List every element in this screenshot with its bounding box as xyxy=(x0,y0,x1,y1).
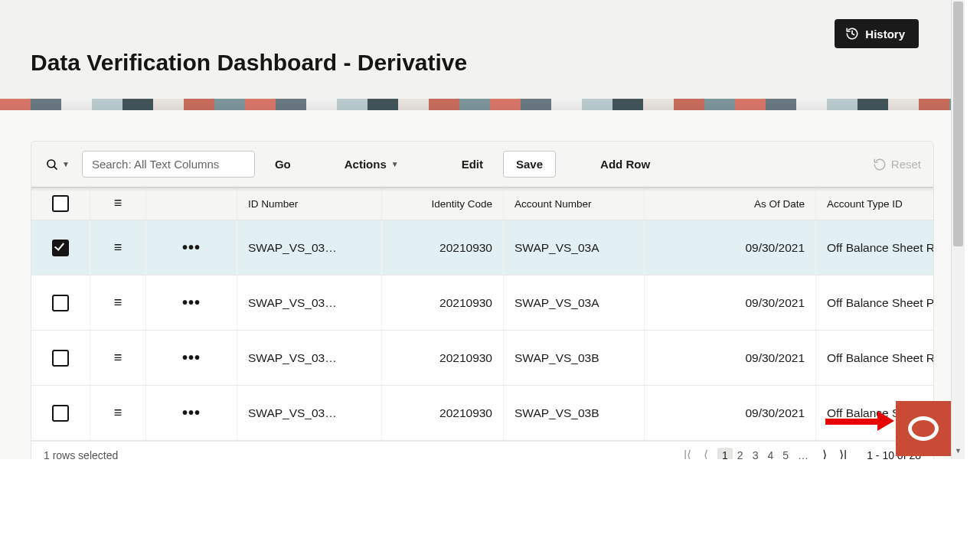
reorder-handle-icon[interactable] xyxy=(112,408,124,417)
cell-account-number: SWAP_VS_03A xyxy=(504,276,645,331)
cell-as-of-date: 09/30/2021 xyxy=(645,220,816,276)
reset-label: Reset xyxy=(891,158,921,171)
caret-down-icon: ▼ xyxy=(391,160,399,168)
cell-identity-code: 20210930 xyxy=(382,331,504,386)
cell-as-of-date: 09/30/2021 xyxy=(645,331,816,386)
row-checkbox[interactable] xyxy=(52,295,69,311)
scroll-down-icon[interactable]: ▼ xyxy=(952,447,965,459)
save-button[interactable]: Save xyxy=(503,151,556,178)
col-account-type[interactable]: Account Type ID xyxy=(816,187,935,220)
add-row-button[interactable]: Add Row xyxy=(591,152,659,177)
search-icon xyxy=(45,158,59,171)
cell-identity-code: 20210930 xyxy=(382,386,504,441)
cell-id-number: SWAP_VS_03… xyxy=(237,220,382,276)
cell-account-type: Off Balance Sheet Receivables xyxy=(816,331,935,386)
cell-identity-code: 20210930 xyxy=(382,276,504,331)
col-identity-code[interactable]: Identity Code xyxy=(382,187,504,220)
search-input[interactable] xyxy=(82,151,255,178)
cell-identity-code: 20210930 xyxy=(382,220,504,276)
col-id-number[interactable]: ID Number xyxy=(237,187,382,220)
table-row[interactable]: •••SWAP_VS_03…20210930SWAP_VS_03A09/30/2… xyxy=(31,220,934,276)
pager-page[interactable]: 2 xyxy=(733,448,748,460)
pager-ellipsis: … xyxy=(793,448,813,460)
pager-first[interactable]: |⟨ xyxy=(681,448,694,459)
cell-id-number: SWAP_VS_03… xyxy=(237,276,382,331)
cell-as-of-date: 09/30/2021 xyxy=(645,386,816,441)
decorative-bar xyxy=(0,99,965,110)
col-account-number[interactable]: Account Number xyxy=(504,187,645,220)
go-button[interactable]: Go xyxy=(266,152,300,177)
history-icon xyxy=(845,27,859,41)
reorder-handle-icon[interactable] xyxy=(112,353,124,362)
selection-status: 1 rows selected xyxy=(44,449,118,460)
toolbar: ▼ Go Actions ▼ Edit Save Add Row Reset xyxy=(31,142,933,187)
grid-panel: ▼ Go Actions ▼ Edit Save Add Row Reset xyxy=(31,141,934,459)
reset-icon xyxy=(873,158,887,171)
reorder-handle-icon[interactable] xyxy=(112,298,124,307)
vertical-scrollbar[interactable]: ▼ xyxy=(951,0,965,459)
data-grid: ID Number Identity Code Account Number A… xyxy=(31,187,934,441)
cell-as-of-date: 09/30/2021 xyxy=(645,276,816,331)
row-actions-menu[interactable]: ••• xyxy=(182,349,201,367)
pager-last[interactable]: ⟩| xyxy=(836,448,850,459)
table-row[interactable]: •••SWAP_VS_03…20210930SWAP_VS_03A09/30/2… xyxy=(31,276,934,331)
svg-line-1 xyxy=(54,166,57,169)
row-actions-menu[interactable]: ••• xyxy=(182,294,201,311)
oracle-logo-icon xyxy=(908,416,939,441)
cell-account-number: SWAP_VS_03A xyxy=(504,220,645,276)
grid-footer: 1 rows selected |⟨ ⟨ 12345… ⟩ ⟩| 1 - 10 … xyxy=(31,441,933,459)
actions-button[interactable]: Actions ▼ xyxy=(335,152,408,177)
reorder-handle-icon[interactable] xyxy=(112,243,124,252)
table-row[interactable]: •••SWAP_VS_03…20210930SWAP_VS_03B09/30/2… xyxy=(31,331,934,386)
row-actions-menu[interactable]: ••• xyxy=(182,404,201,422)
pager-page[interactable]: 3 xyxy=(748,448,763,460)
row-checkbox[interactable] xyxy=(52,240,69,256)
edit-button[interactable]: Edit xyxy=(452,152,492,177)
reorder-handle-icon xyxy=(112,198,124,207)
cell-id-number: SWAP_VS_03… xyxy=(237,331,382,386)
reset-button: Reset xyxy=(873,158,921,171)
checkbox-all[interactable] xyxy=(52,195,69,212)
page-header: History Data Verification Dashboard - De… xyxy=(0,0,965,99)
search-menu[interactable]: ▼ xyxy=(44,155,71,174)
cell-account-number: SWAP_VS_03B xyxy=(504,386,645,441)
history-button[interactable]: History xyxy=(835,19,919,48)
cell-account-number: SWAP_VS_03B xyxy=(504,331,645,386)
table-row[interactable]: •••SWAP_VS_03…20210930SWAP_VS_03B09/30/2… xyxy=(31,386,934,441)
caret-down-icon: ▼ xyxy=(62,160,70,168)
row-actions-menu[interactable]: ••• xyxy=(182,239,201,256)
history-label: History xyxy=(865,28,905,41)
scrollbar-thumb[interactable] xyxy=(953,2,963,246)
pager: |⟨ ⟨ 12345… ⟩ ⟩| 1 - 10 of 28 xyxy=(681,448,921,459)
col-as-of-date[interactable]: As Of Date xyxy=(645,187,816,220)
oracle-help-button[interactable] xyxy=(896,401,951,456)
row-checkbox[interactable] xyxy=(52,405,69,422)
row-checkbox[interactable] xyxy=(52,350,69,367)
pager-page[interactable]: 4 xyxy=(763,448,778,460)
page-title: Data Verification Dashboard - Derivative xyxy=(31,50,934,76)
cell-account-type: Off Balance Sheet Payable xyxy=(816,276,935,331)
cell-id-number: SWAP_VS_03… xyxy=(237,386,382,441)
pager-next[interactable]: ⟩ xyxy=(819,448,830,459)
pager-prev[interactable]: ⟨ xyxy=(701,448,711,459)
pager-page[interactable]: 5 xyxy=(778,448,793,460)
cell-account-type: Off Balance Sheet Receivables xyxy=(816,220,935,276)
pager-page[interactable]: 1 xyxy=(717,448,733,460)
actions-label: Actions xyxy=(345,158,387,171)
